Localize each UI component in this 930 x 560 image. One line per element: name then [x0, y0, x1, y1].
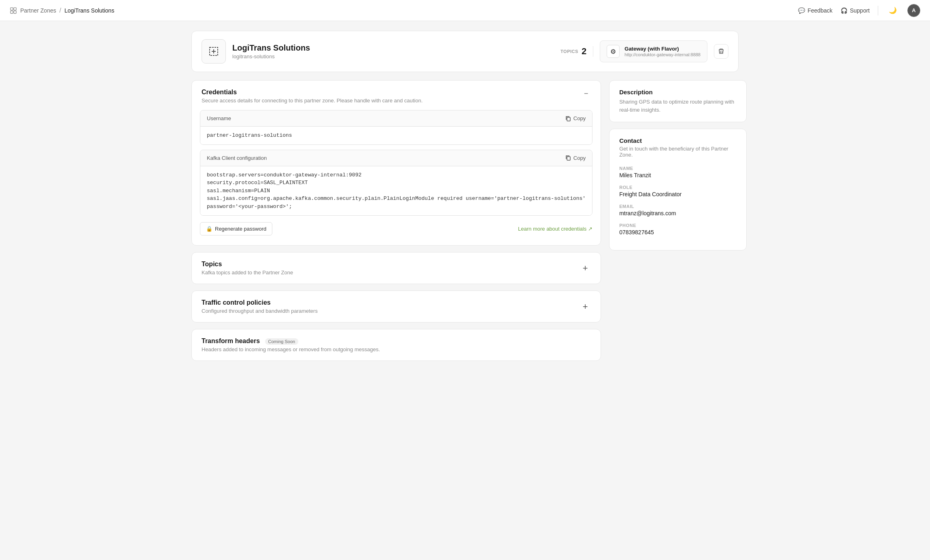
- topics-title: Topics: [202, 261, 293, 268]
- contact-title: Contact: [619, 137, 737, 144]
- partner-zones-icon: [10, 7, 17, 14]
- credentials-section: Credentials Secure access details for co…: [191, 80, 601, 246]
- trash-icon: [718, 48, 724, 55]
- traffic-expandable: Traffic control policies Configured thro…: [192, 291, 601, 322]
- contact-role-label: ROLE: [619, 185, 737, 190]
- svg-rect-0: [11, 7, 13, 10]
- traffic-section-text: Traffic control policies Configured thro…: [202, 299, 318, 314]
- svg-rect-1: [14, 7, 16, 10]
- breadcrumb-separator: /: [59, 7, 61, 14]
- topics-add-button[interactable]: +: [580, 263, 591, 274]
- nav-divider: [878, 6, 878, 15]
- traffic-title: Traffic control policies: [202, 299, 318, 306]
- contact-phone-value: 07839827645: [619, 229, 737, 235]
- dark-mode-button[interactable]: 🌙: [886, 4, 899, 17]
- gateway-icon: ⚙: [607, 45, 620, 58]
- contact-role-field: ROLE Freight Data Coordinator: [619, 185, 737, 197]
- transform-headers-section: Transform headers Coming Soon Headers ad…: [191, 329, 601, 361]
- topnav-actions: 💬 Feedback 🎧 Support 🌙 A: [798, 4, 920, 17]
- credentials-footer: 🔒 Regenerate password Learn more about c…: [200, 221, 592, 237]
- coming-soon-badge: Coming Soon: [265, 338, 299, 345]
- svg-rect-3: [14, 11, 16, 13]
- contact-subtitle: Get in touch with the beneficiary of thi…: [619, 146, 737, 158]
- kafka-copy-button[interactable]: Copy: [565, 155, 586, 161]
- external-link-icon: ↗: [588, 226, 592, 232]
- gateway-url: http://conduktor-gateway-internal:8888: [624, 52, 701, 57]
- topics-expandable: Topics Kafka topics added to the Partner…: [192, 252, 601, 284]
- gateway-name: Gateway (with Flavor): [624, 46, 701, 52]
- credentials-desc: Secure access details for connecting to …: [202, 98, 423, 104]
- kafka-config-box-header: Kafka Client configuration Copy: [200, 150, 592, 166]
- learn-more-link[interactable]: Learn more about credentials ↗: [518, 226, 592, 232]
- kafka-config-box: Kafka Client configuration Copy bootstra…: [200, 150, 592, 216]
- breadcrumb: Partner Zones / LogiTrans Solutions: [10, 7, 114, 14]
- support-button[interactable]: 🎧 Support: [841, 7, 870, 14]
- contact-card: Contact Get in touch with the beneficiar…: [609, 129, 747, 250]
- zone-icon-box: [202, 39, 226, 64]
- transform-desc: Headers added to incoming messages or re…: [202, 346, 380, 352]
- svg-rect-4: [567, 117, 570, 121]
- content-layout: Credentials Secure access details for co…: [191, 80, 739, 367]
- topics-badge: TOPICS 2: [561, 46, 593, 57]
- transform-section-text: Transform headers Coming Soon Headers ad…: [202, 337, 380, 352]
- headphones-icon: 🎧: [841, 7, 847, 14]
- traffic-section: Traffic control policies Configured thro…: [191, 291, 601, 322]
- topics-section-text: Topics Kafka topics added to the Partner…: [202, 261, 293, 276]
- credentials-body: Username Copy partner-logitrans-solution…: [192, 110, 601, 245]
- copy-icon: [565, 116, 571, 121]
- username-copy-button[interactable]: Copy: [565, 115, 586, 121]
- topics-count: 2: [582, 46, 586, 57]
- contact-name-label: NAME: [619, 166, 737, 171]
- delete-zone-button[interactable]: [714, 44, 728, 59]
- zone-header-info: LogiTrans Solutions logitrans-solutions: [232, 43, 310, 59]
- zone-logo-icon: [208, 45, 220, 57]
- topnav: Partner Zones / LogiTrans Solutions 💬 Fe…: [0, 0, 930, 21]
- traffic-add-button[interactable]: +: [580, 301, 591, 312]
- contact-email-field: EMAIL mtranz@logitrans.com: [619, 204, 737, 216]
- gateway-card: ⚙ Gateway (with Flavor) http://conduktor…: [600, 40, 707, 62]
- svg-rect-2: [11, 11, 13, 13]
- contact-role-value: Freight Data Coordinator: [619, 191, 737, 197]
- credentials-header-text: Credentials Secure access details for co…: [202, 89, 423, 104]
- regenerate-password-button[interactable]: 🔒 Regenerate password: [200, 222, 272, 235]
- left-column: Credentials Secure access details for co…: [191, 80, 601, 367]
- right-sidebar: Description Sharing GPS data to optimize…: [609, 80, 747, 367]
- breadcrumb-parent[interactable]: Partner Zones: [20, 7, 56, 14]
- credentials-header: Credentials Secure access details for co…: [192, 81, 601, 110]
- username-label: Username: [207, 115, 231, 121]
- zone-subtitle: logitrans-solutions: [232, 53, 310, 59]
- gateway-info: Gateway (with Flavor) http://conduktor-g…: [624, 46, 701, 57]
- zone-header-right: TOPICS 2 ⚙ Gateway (with Flavor) http://…: [561, 40, 728, 62]
- description-title: Description: [619, 89, 737, 95]
- avatar[interactable]: A: [907, 4, 920, 17]
- traffic-desc: Configured throughput and bandwidth para…: [202, 308, 318, 314]
- transform-title: Transform headers Coming Soon: [202, 337, 380, 345]
- username-box-header: Username Copy: [200, 110, 592, 127]
- zone-header-left: LogiTrans Solutions logitrans-solutions: [202, 39, 310, 64]
- credentials-collapse-button[interactable]: −: [581, 89, 591, 98]
- contact-name-value: Miles Tranzit: [619, 172, 737, 178]
- contact-email-label: EMAIL: [619, 204, 737, 209]
- credentials-title: Credentials: [202, 89, 423, 96]
- username-box: Username Copy partner-logitrans-solution…: [200, 110, 592, 145]
- description-card: Description Sharing GPS data to optimize…: [609, 80, 747, 122]
- main-container: LogiTrans Solutions logitrans-solutions …: [182, 21, 748, 377]
- topics-desc: Kafka topics added to the Partner Zone: [202, 269, 293, 276]
- contact-phone-field: PHONE 07839827645: [619, 223, 737, 235]
- contact-name-field: NAME Miles Tranzit: [619, 166, 737, 178]
- topics-section: Topics Kafka topics added to the Partner…: [191, 252, 601, 284]
- lock-icon: 🔒: [206, 226, 212, 232]
- breadcrumb-current: LogiTrans Solutions: [64, 7, 114, 14]
- contact-phone-label: PHONE: [619, 223, 737, 228]
- copy-icon: [565, 155, 571, 161]
- kafka-config-value: bootstrap.servers=conduktor-gateway-inte…: [200, 166, 592, 216]
- feedback-button[interactable]: 💬 Feedback: [798, 7, 832, 14]
- zone-header-card: LogiTrans Solutions logitrans-solutions …: [191, 31, 739, 72]
- username-value: partner-logitrans-solutions: [200, 127, 592, 144]
- transform-expandable: Transform headers Coming Soon Headers ad…: [192, 329, 601, 361]
- feedback-icon: 💬: [798, 7, 805, 14]
- zone-title: LogiTrans Solutions: [232, 43, 310, 53]
- topics-label: TOPICS: [561, 49, 578, 54]
- kafka-config-label: Kafka Client configuration: [207, 155, 267, 161]
- description-text: Sharing GPS data to optimize route plann…: [619, 98, 737, 114]
